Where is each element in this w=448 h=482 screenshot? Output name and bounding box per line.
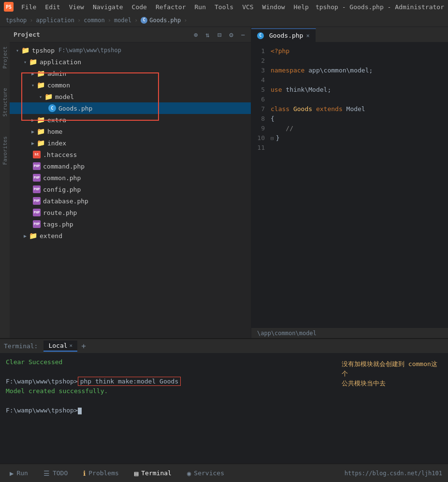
app-logo: PS (4, 2, 14, 12)
problems-label: Problems (88, 469, 119, 477)
menu-code[interactable]: Code (128, 2, 151, 12)
folder-icon-extend: 📁 (29, 232, 37, 240)
terminal-content[interactable]: Clear Successed F:\wamp\www\tpshop>php t… (0, 354, 448, 464)
menu-tools[interactable]: Tools (211, 2, 237, 12)
tree-item-command-php[interactable]: PHP command.php (10, 160, 251, 172)
todo-label: TODO (53, 469, 68, 477)
tree-item-database-php[interactable]: PHP database.php (10, 195, 251, 207)
tab-close-button[interactable]: × (306, 32, 309, 39)
code-area[interactable]: 1 2 3 4 5 6 7 8 9 10 11 <?php namespace … (251, 43, 448, 327)
code-line-9: // (271, 124, 444, 133)
file-panel: Project ⊕ ⇅ ⊟ ⚙ − ▾ 📁 tpshop F:\wamp\www… (10, 27, 251, 338)
file-icon-goods-php: C (48, 104, 56, 112)
breadcrumb-model[interactable]: model (114, 17, 131, 24)
menu-window[interactable]: Window (259, 2, 289, 12)
settings-icon[interactable]: ⚙ (227, 30, 235, 40)
file-icon-database-php: PHP (33, 197, 41, 205)
editor-tab-goods-php[interactable]: C Goods.php × (251, 28, 316, 42)
problems-button[interactable]: ℹ Problems (79, 468, 123, 479)
tree-label-command-php: command.php (43, 163, 85, 170)
tree-label-common: common (47, 82, 70, 89)
menu-bar: PS File Edit View Navigate Code Refactor… (0, 0, 448, 14)
breadcrumb-file[interactable]: Goods.php (149, 17, 181, 24)
code-content[interactable]: <?php namespace app\common\model; use th… (271, 46, 448, 324)
breadcrumb-application[interactable]: application (36, 17, 74, 24)
run-button[interactable]: ▶ Run (6, 468, 32, 479)
bottom-bar: ▶ Run ☰ TODO ℹ Problems ▤ Terminal ◉ Ser… (0, 464, 448, 482)
folder-icon-tpshop: 📁 (21, 46, 29, 54)
menu-navigate[interactable]: Navigate (89, 2, 127, 12)
code-line-10: ⊟} (271, 133, 444, 143)
tree-label-tags-php: tags.php (43, 221, 73, 228)
tree-item-extra[interactable]: ▶ 📁 extra (10, 114, 251, 126)
minimize-icon[interactable]: − (239, 30, 247, 40)
tree-item-config-php[interactable]: PHP config.php (10, 184, 251, 195)
tree-label-route-php: route.php (43, 209, 77, 216)
terminal-annotation: 没有加模块就会创建到 common这个公共模块当中去 (342, 359, 438, 388)
menu-help[interactable]: Help (290, 2, 313, 12)
services-icon: ◉ (187, 469, 191, 477)
tree-item-admin[interactable]: ▶ 📁 admin (10, 68, 251, 79)
terminal-button[interactable]: ▤ Terminal (130, 468, 175, 479)
menu-vcs[interactable]: VCS (238, 2, 257, 12)
terminal-command: php think make:model Goods (78, 377, 181, 386)
file-panel-inner: ▾ 📁 tpshop F:\wamp\www\tpshop ▾ 📁 applic… (10, 43, 251, 243)
sidebar-favorites-label[interactable]: Favorites (2, 136, 8, 165)
tree-item-application[interactable]: ▾ 📁 application (10, 56, 251, 68)
menu-file[interactable]: File (17, 2, 40, 12)
tree-item-model[interactable]: ▾ 📁 model (10, 91, 251, 102)
arrow-extend: ▶ (21, 233, 29, 239)
terminal-tab-close[interactable]: × (70, 342, 73, 349)
panel-toolbar: Project ⊕ ⇅ ⊟ ⚙ − (10, 27, 251, 43)
terminal-add-button[interactable]: + (81, 341, 86, 351)
tree-label-database-php: database.php (43, 198, 88, 205)
tree-path: F:\wamp\www\tpshop (58, 47, 121, 54)
folder-icon-admin: 📁 (37, 70, 45, 77)
collapse-all-icon[interactable]: ⇅ (203, 30, 211, 40)
terminal-cursor (78, 408, 82, 414)
sidebar-structure-label[interactable]: Structure (2, 88, 8, 117)
tree-label-admin: admin (47, 70, 66, 77)
list-icon: ☰ (43, 469, 50, 477)
terminal-icon: ▤ (134, 469, 138, 477)
terminal-bottom-label: Terminal (141, 469, 172, 477)
terminal-panel: Terminal: Local × + Clear Successed F:\w… (0, 338, 448, 464)
tree-item-home[interactable]: ▶ 📁 home (10, 126, 251, 137)
tree-label-htaccess: .htaccess (43, 151, 77, 158)
tree-label-goods-php: Goods.php (58, 105, 92, 112)
target-icon[interactable]: ⊕ (192, 30, 200, 40)
code-line-5: use think\Model; (271, 85, 444, 95)
breadcrumb: tpshop › application › common › model › … (0, 14, 448, 27)
warning-icon: ℹ (83, 469, 86, 477)
tree-label-model: model (55, 93, 74, 100)
tree-label-tpshop: tpshop (32, 47, 55, 54)
svg-text:PS: PS (6, 4, 12, 10)
terminal-tab-local[interactable]: Local × (43, 340, 77, 352)
menu-view[interactable]: View (65, 2, 88, 12)
line-numbers: 1 2 3 4 5 6 7 8 9 10 11 (251, 46, 271, 324)
tree-item-tags-php[interactable]: PHP tags.php (10, 218, 251, 230)
services-button[interactable]: ◉ Services (183, 468, 228, 479)
tree-item-index[interactable]: ▶ 📁 index (10, 137, 251, 149)
menu-edit[interactable]: Edit (41, 2, 64, 12)
main-area: Project Structure Favorites Project ⊕ ⇅ … (0, 27, 448, 338)
tree-item-tpshop[interactable]: ▾ 📁 tpshop F:\wamp\www\tpshop (10, 44, 251, 56)
sidebar-project-label[interactable]: Project (2, 46, 8, 69)
tree-item-htaccess[interactable]: ht .htaccess (10, 149, 251, 160)
tree-item-common[interactable]: ▾ 📁 common (10, 79, 251, 91)
run-label: Run (16, 469, 28, 477)
tree-item-extend[interactable]: ▶ 📁 extend (10, 230, 251, 241)
file-tree: ▾ 📁 tpshop F:\wamp\www\tpshop ▾ 📁 applic… (10, 43, 251, 243)
tree-item-common-php[interactable]: PHP common.php (10, 172, 251, 184)
menu-run[interactable]: Run (191, 2, 210, 12)
breadcrumb-tpshop[interactable]: tpshop (6, 17, 27, 24)
folder-icon-model: 📁 (44, 93, 53, 100)
menu-refactor[interactable]: Refactor (152, 2, 190, 12)
todo-button[interactable]: ☰ TODO (40, 468, 72, 479)
tree-item-goods-php[interactable]: C Goods.php (10, 102, 251, 114)
tab-file-icon: C (257, 32, 264, 39)
tree-label-extra: extra (47, 116, 66, 124)
sort-icon[interactable]: ⊟ (216, 30, 223, 40)
tree-item-route-php[interactable]: PHP route.php (10, 207, 251, 218)
breadcrumb-common[interactable]: common (84, 17, 104, 24)
